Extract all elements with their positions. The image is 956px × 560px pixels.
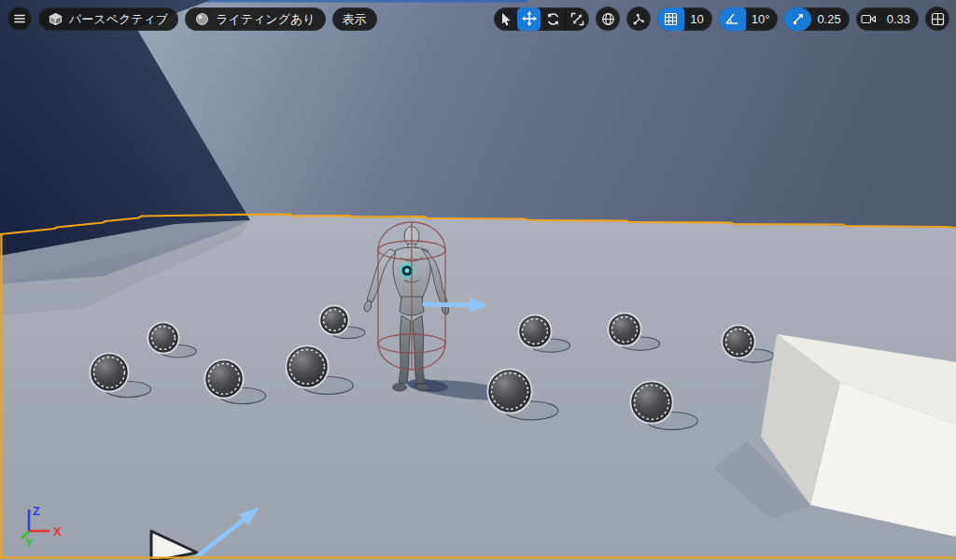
mannequin-right-foot	[416, 384, 430, 391]
cursor-icon	[499, 12, 513, 26]
camera-speed-control[interactable]: 0.33	[856, 7, 919, 31]
hamburger-icon	[13, 12, 26, 25]
scale-icon	[570, 12, 584, 26]
select-tool-button[interactable]	[494, 7, 517, 31]
quad-view-icon	[931, 12, 945, 26]
view-mode-label: ライティングあり	[216, 7, 315, 31]
grid-snap-toggle[interactable]	[657, 7, 684, 31]
viewport-toolbar-right: 10 10° 0.25	[494, 7, 949, 31]
viewport-layout-button[interactable]	[925, 7, 949, 31]
axis-label-y: Y	[25, 536, 34, 550]
angle-icon	[724, 12, 739, 25]
scale-snap-value[interactable]: 0.25	[811, 12, 849, 26]
rotate-icon	[546, 12, 560, 26]
move-tool-button[interactable]	[517, 7, 541, 31]
camera-icon	[861, 12, 877, 25]
move-icon	[522, 11, 537, 26]
mannequin-left-foot	[393, 384, 407, 391]
viewport-options-menu-button[interactable]	[7, 7, 32, 31]
scale-snap-toggle[interactable]	[784, 7, 811, 31]
view-mode-lit-button[interactable]: ライティングあり	[185, 7, 325, 31]
show-menu-button[interactable]: 表示	[332, 7, 377, 31]
scale-snap-control: 0.25	[784, 7, 849, 31]
world-local-space-button[interactable]	[596, 7, 620, 31]
sphere-icon	[195, 12, 209, 26]
globe-icon	[601, 12, 615, 26]
scene-3d: Z X Y	[0, 0, 956, 560]
level-viewport[interactable]: Z X Y パースペクティブ ライティングあり 表示	[0, 0, 956, 560]
camera-speed-value: 0.33	[881, 12, 919, 26]
scale-snap-icon	[792, 12, 805, 25]
axis-label-z: Z	[33, 504, 40, 518]
transform-tools-group	[494, 7, 589, 31]
scale-tool-button[interactable]	[565, 7, 589, 31]
grid-snap-control: 10	[657, 7, 711, 31]
axis-label-x: X	[53, 525, 62, 539]
chest-emblem	[399, 262, 415, 279]
rotation-snap-toggle[interactable]	[719, 7, 746, 31]
surface-snap-icon	[632, 12, 646, 26]
viewport-toolbar-left: パースペクティブ ライティングあり 表示	[7, 7, 377, 31]
perspective-button[interactable]: パースペクティブ	[38, 7, 178, 31]
cube-icon	[49, 12, 63, 26]
grid-snap-value[interactable]: 10	[684, 12, 711, 26]
show-label: 表示	[343, 7, 367, 31]
rotate-tool-button[interactable]	[541, 7, 565, 31]
perspective-label: パースペクティブ	[69, 7, 168, 31]
surface-snapping-button[interactable]	[626, 7, 651, 31]
rotation-snap-value[interactable]: 10°	[746, 12, 779, 26]
grid-icon	[664, 12, 678, 26]
rotation-snap-control: 10°	[719, 7, 779, 31]
